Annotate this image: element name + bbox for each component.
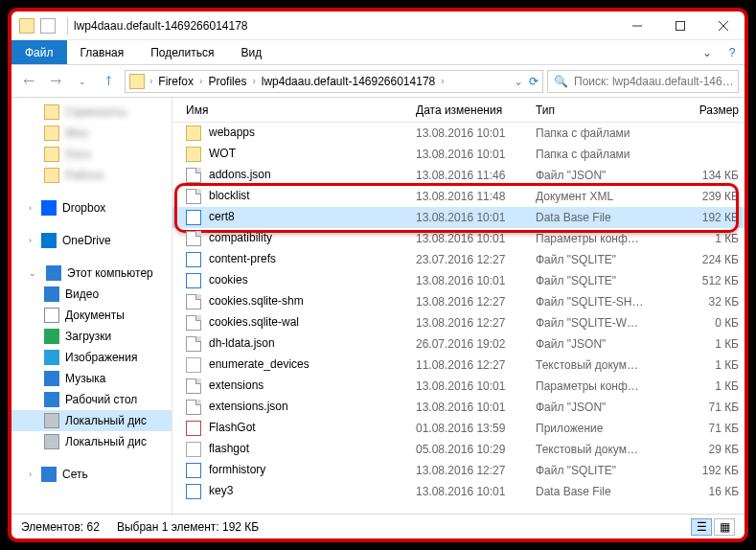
- column-header-size[interactable]: Размер: [664, 103, 745, 117]
- maximize-button[interactable]: [658, 11, 701, 39]
- sidebar-item-onedrive[interactable]: ›OneDrive: [11, 230, 172, 251]
- file-date: 13.08.2016 12:27: [410, 464, 530, 477]
- file-row[interactable]: cert813.08.2016 10:01Data Base File192 К…: [172, 207, 745, 228]
- chevron-right-icon[interactable]: ›: [29, 470, 32, 479]
- file-row[interactable]: enumerate_devices11.08.2016 12:27Текстов…: [172, 355, 745, 376]
- close-button[interactable]: [701, 11, 745, 39]
- navigation-sidebar: Скриншоты Misc Docs Работа ›Dropbox ›One…: [11, 98, 172, 514]
- breadcrumb-item[interactable]: Firefox: [155, 75, 196, 88]
- file-row[interactable]: flashgot05.08.2016 10:29Текстовый докум……: [172, 439, 745, 460]
- tab-file[interactable]: Файл: [11, 40, 67, 64]
- nav-forward-button: 🡒: [44, 70, 67, 93]
- dropbox-icon: [41, 200, 57, 216]
- file-row[interactable]: formhistory13.08.2016 12:27Файл "SQLITE"…: [172, 460, 745, 481]
- view-icons-button[interactable]: ▦: [714, 518, 735, 536]
- search-icon: 🔍: [554, 75, 568, 88]
- svg-rect-1: [676, 21, 684, 30]
- dropdown-icon[interactable]: ⌄: [514, 75, 523, 88]
- properties-icon[interactable]: [40, 18, 56, 34]
- folder-icon: [44, 104, 59, 120]
- sidebar-item-dropbox[interactable]: ›Dropbox: [11, 197, 172, 218]
- column-header-name[interactable]: Имя: [180, 103, 410, 117]
- file-row[interactable]: extensions.json13.08.2016 10:01Файл "JSO…: [172, 397, 745, 418]
- nav-recent-button[interactable]: ⌄: [71, 70, 94, 93]
- file-row[interactable]: FlashGot01.08.2016 13:59Приложение71 КБ: [172, 418, 745, 439]
- folder-icon: [129, 74, 145, 89]
- file-row[interactable]: WOT13.08.2016 10:01Папка с файлами: [172, 144, 745, 165]
- file-row[interactable]: extensions13.08.2016 10:01Параметры конф…: [172, 376, 745, 397]
- sidebar-item[interactable]: Misc: [11, 123, 172, 144]
- file-type: Текстовый докум…: [530, 358, 664, 372]
- file-row[interactable]: compatibility13.08.2016 10:01Параметры к…: [172, 228, 745, 249]
- file-row[interactable]: blocklist13.08.2016 11:48Документ XML239…: [172, 186, 745, 207]
- minimize-button[interactable]: [615, 11, 658, 39]
- tab-share[interactable]: Поделиться: [137, 40, 227, 64]
- sidebar-item-videos[interactable]: Видео: [11, 284, 172, 305]
- sidebar-item-local-disk[interactable]: Локальный дис: [11, 431, 172, 452]
- chevron-right-icon[interactable]: ›: [198, 76, 203, 86]
- sidebar-item-documents[interactable]: Документы: [11, 305, 172, 326]
- chevron-right-icon[interactable]: ›: [440, 76, 445, 86]
- file-date: 13.08.2016 12:27: [410, 295, 530, 309]
- tab-view[interactable]: Вид: [227, 40, 275, 64]
- column-header-date[interactable]: Дата изменения: [410, 103, 530, 117]
- file-size: 29 КБ: [664, 443, 745, 456]
- file-name: compatibility: [209, 231, 272, 244]
- file-row[interactable]: addons.json13.08.2016 11:46Файл "JSON"13…: [172, 165, 745, 186]
- breadcrumb-item[interactable]: Profiles: [205, 75, 249, 88]
- file-type: Текстовый докум…: [530, 443, 664, 456]
- sidebar-item[interactable]: Скриншоты: [11, 102, 172, 123]
- status-bar: Элементов: 62 Выбран 1 элемент: 192 КБ ☰…: [11, 514, 745, 539]
- file-size: 192 КБ: [664, 211, 745, 224]
- file-name: cookies.sqlite-wal: [209, 315, 299, 329]
- file-row[interactable]: cookies.sqlite-shm13.08.2016 12:27Файл "…: [172, 291, 745, 312]
- status-selection: Выбран 1 элемент: 192 КБ: [117, 520, 259, 534]
- sidebar-item-music[interactable]: Музыка: [11, 368, 172, 389]
- file-type: Файл "SQLITE": [530, 464, 664, 477]
- file-icon: [186, 189, 201, 204]
- view-details-button[interactable]: ☰: [691, 518, 712, 536]
- breadcrumb-item[interactable]: lwp4daau.default-1469266014178: [259, 75, 439, 88]
- ribbon-expand-icon[interactable]: ⌄: [695, 40, 720, 64]
- file-row[interactable]: webapps13.08.2016 10:01Папка с файлами: [172, 123, 745, 144]
- sidebar-item-downloads[interactable]: Загрузки: [11, 326, 172, 347]
- file-list[interactable]: webapps13.08.2016 10:01Папка с файламиWO…: [172, 123, 745, 514]
- file-name: extensions.json: [209, 400, 288, 413]
- sidebar-item-pictures[interactable]: Изображения: [11, 347, 172, 368]
- file-row[interactable]: content-prefs23.07.2016 12:27Файл "SQLIT…: [172, 249, 745, 270]
- sidebar-item-local-disk[interactable]: Локальный дис: [11, 410, 172, 431]
- file-size: 239 КБ: [664, 190, 745, 203]
- refresh-icon[interactable]: ⟳: [529, 75, 538, 88]
- sidebar-item[interactable]: Docs: [11, 144, 172, 165]
- nav-back-button[interactable]: 🡐: [17, 70, 40, 93]
- file-row[interactable]: key313.08.2016 10:01Data Base File16 КБ: [172, 481, 745, 502]
- file-date: 13.08.2016 10:01: [410, 232, 530, 245]
- file-icon: [186, 421, 201, 436]
- file-icon: [186, 442, 201, 457]
- sidebar-item-desktop[interactable]: Рабочий стол: [11, 389, 172, 410]
- sidebar-item-this-pc[interactable]: ⌄Этот компьютер: [11, 263, 172, 284]
- file-size: 71 КБ: [664, 401, 745, 414]
- file-row[interactable]: cookies.sqlite-wal13.08.2016 12:27Файл "…: [172, 312, 745, 333]
- sidebar-item-network[interactable]: ›Сеть: [11, 464, 172, 485]
- file-date: 13.08.2016 10:01: [410, 148, 530, 161]
- nav-up-button[interactable]: 🡑: [98, 70, 121, 93]
- search-box[interactable]: 🔍: [547, 70, 739, 93]
- column-header-type[interactable]: Тип: [530, 103, 664, 117]
- chevron-right-icon[interactable]: ›: [149, 76, 153, 86]
- chevron-down-icon[interactable]: ⌄: [29, 268, 36, 278]
- file-row[interactable]: dh-ldata.json26.07.2016 19:02Файл "JSON"…: [172, 333, 745, 355]
- file-type: Data Base File: [530, 485, 664, 498]
- tab-home[interactable]: Главная: [67, 40, 138, 64]
- chevron-right-icon[interactable]: ›: [29, 203, 32, 213]
- file-row[interactable]: cookies13.08.2016 10:01Файл "SQLITE"512 …: [172, 270, 745, 291]
- help-icon[interactable]: ?: [720, 40, 745, 64]
- address-bar[interactable]: › Firefox › Profiles › lwp4daau.default-…: [125, 70, 543, 93]
- titlebar: lwp4daau.default-1469266014178: [11, 11, 745, 40]
- file-type: Приложение: [530, 422, 664, 435]
- sidebar-item[interactable]: Работа: [11, 165, 172, 186]
- search-input[interactable]: [574, 75, 732, 88]
- navigation-bar: 🡐 🡒 ⌄ 🡑 › Firefox › Profiles › lwp4daau.…: [11, 65, 745, 98]
- chevron-right-icon[interactable]: ›: [251, 76, 256, 86]
- chevron-right-icon[interactable]: ›: [29, 236, 32, 245]
